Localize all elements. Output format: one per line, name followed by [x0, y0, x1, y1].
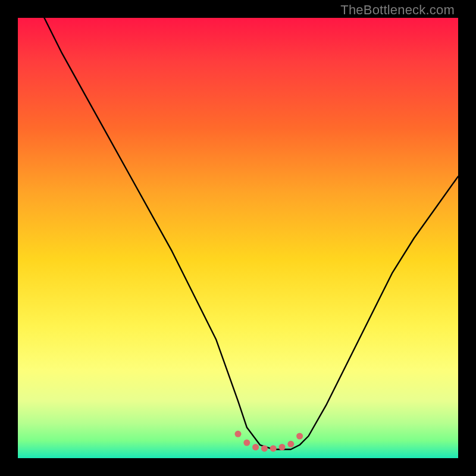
chart-border: [0, 0, 476, 476]
watermark-label: TheBottleneck.com: [340, 2, 455, 18]
